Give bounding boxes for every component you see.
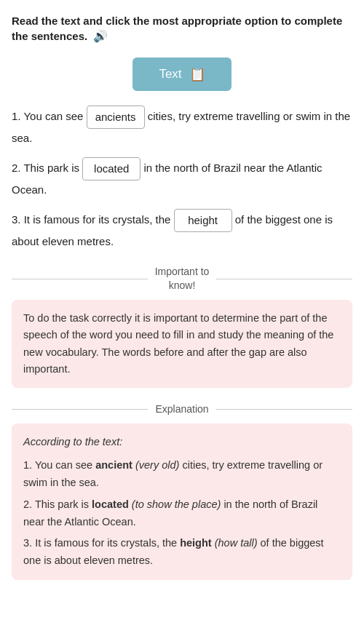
sentence-3: 3. It is famous for its crystals, the he… [12,209,352,250]
exp1-number: 1. [23,459,32,471]
text-button-row: Text 📋 [12,57,352,91]
explanation-label-text: Explanation [155,403,208,415]
sentence-2-answer[interactable]: located [82,157,141,180]
info-box: To do the task correctly it is important… [12,300,352,388]
text-button-label: Text [159,67,181,82]
divider-left-line [12,279,148,280]
exp1-bold: ancient [95,459,132,471]
exp2-bold: located [92,498,129,510]
text-button[interactable]: Text 📋 [132,57,231,91]
explanation-item-2: 2. This park is located (to show the pla… [23,496,341,531]
explanation-item-1: 1. You can see ancient (very old) cities… [23,457,341,492]
exp1-italic: (very old) [132,459,179,471]
exp1-prefix: You can see [35,459,95,471]
exp3-prefix: It is famous for its crystals, the [35,537,180,549]
exp3-italic: (how tall) [212,537,258,549]
sentence-1-prefix: 1. You can see [12,110,83,122]
sentences-section: 1. You can see ancients cities, try extr… [12,106,352,250]
book-icon: 📋 [189,66,205,82]
explanation-box: According to the text: 1. You can see an… [12,424,352,580]
exp2-italic: (to show the place) [129,498,221,510]
explanation-item-3: 3. It is famous for its crystals, the he… [23,535,341,570]
exp2-number: 2. [23,498,32,510]
explanation-divider-right [216,409,352,410]
important-divider: Important to know! [12,265,352,293]
sentence-3-prefix: 3. It is famous for its crystals, the [12,213,170,226]
speaker-icon[interactable]: 🔊 [93,28,108,44]
important-label: Important to know! [148,265,217,293]
sentence-1: 1. You can see ancients cities, try extr… [12,106,352,147]
sentence-3-answer[interactable]: height [174,209,232,232]
instruction-label: Read the text and click the most appropr… [12,15,342,42]
explanation-label: Explanation [148,402,215,416]
important-line1: Important to [155,266,210,277]
exp3-number: 3. [23,537,32,549]
exp2-prefix: This park is [35,498,92,510]
divider-right-line [216,279,352,280]
explanation-divider-left [12,409,148,410]
explanation-divider: Explanation [12,402,352,416]
sentence-2: 2. This park is located in the north of … [12,157,352,199]
sentence-2-prefix: 2. This park is [12,162,79,174]
important-line2: know! [169,279,196,291]
info-box-text: To do the task correctly it is important… [23,312,333,375]
exp3-bold: height [180,537,212,549]
instruction-text: Read the text and click the most appropr… [12,13,352,44]
explanation-heading: According to the text: [23,434,341,451]
sentence-1-answer[interactable]: ancients [87,106,145,129]
